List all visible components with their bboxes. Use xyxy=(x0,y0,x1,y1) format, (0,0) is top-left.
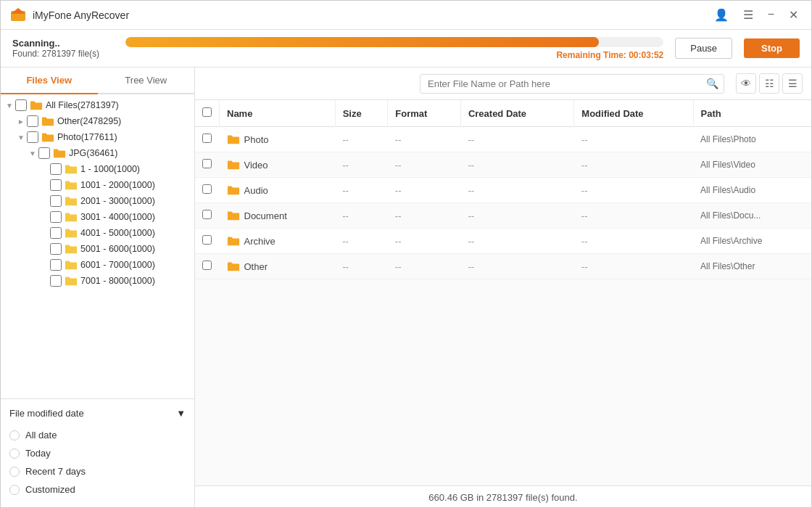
table-row: Archive -- -- -- -- All Files\Archive xyxy=(195,229,811,254)
row-checkbox-1 xyxy=(195,152,220,178)
row-format-2: -- xyxy=(388,178,461,203)
tree-item-all-files[interactable]: ▼ All Files(2781397) xyxy=(1,97,194,113)
row-check-4[interactable] xyxy=(202,235,212,245)
row-checkbox-4 xyxy=(195,229,220,254)
window-controls: 👤 ☰ − ✕ xyxy=(710,7,803,23)
row-check-0[interactable] xyxy=(202,134,212,143)
expand-all-files[interactable]: ▼ xyxy=(4,102,15,110)
row-name-0: Photo xyxy=(220,127,336,152)
row-check-3[interactable] xyxy=(202,210,212,219)
checkbox-7001-8000[interactable] xyxy=(50,275,62,287)
tree-item-3001-4000[interactable]: 3001 - 4000(1000) xyxy=(1,209,194,225)
app-icon xyxy=(9,7,27,24)
checkbox-other[interactable] xyxy=(27,115,38,127)
tab-files-view[interactable]: Files View xyxy=(1,67,98,94)
checkbox-4001-5000[interactable] xyxy=(50,227,62,239)
tree-label-jpg: JPG(36461) xyxy=(69,148,117,158)
radio-today[interactable] xyxy=(9,448,20,459)
tree-area: ▼ All Files(2781397) ► Other(2478295) ▼ xyxy=(1,94,194,398)
grid-view-icon-button[interactable]: ☷ xyxy=(759,73,779,94)
checkbox-5001-6000[interactable] xyxy=(50,243,62,255)
user-icon[interactable]: 👤 xyxy=(710,7,733,23)
minimize-icon[interactable]: − xyxy=(763,7,779,23)
progress-bar-fill xyxy=(125,37,599,47)
tab-tree-view[interactable]: Tree View xyxy=(98,67,195,94)
row-size-5: -- xyxy=(335,254,388,279)
folder-icon-2001-3000 xyxy=(65,196,78,206)
expand-photo[interactable]: ▼ xyxy=(15,134,27,142)
col-path: Path xyxy=(693,100,811,127)
tree-item-1001-2000[interactable]: 1001 - 2000(1000) xyxy=(1,177,194,193)
stop-button[interactable]: Stop xyxy=(744,38,800,58)
filter-today[interactable]: Today xyxy=(9,444,186,462)
pause-button[interactable]: Pause xyxy=(675,38,732,59)
checkbox-6001-7000[interactable] xyxy=(50,259,62,271)
checkbox-1001-2000[interactable] xyxy=(50,179,62,191)
row-modified-4: -- xyxy=(574,229,693,254)
tree-item-jpg[interactable]: ▼ JPG(36461) xyxy=(1,145,194,161)
main-layout: Files View Tree View ▼ All Files(2781397… xyxy=(1,67,811,508)
right-panel: 🔍 👁 ☷ ☰ Name Size Format Created Date xyxy=(195,67,811,508)
table-body: Photo -- -- -- -- All Files\Photo Video … xyxy=(195,127,811,279)
filter-all-date[interactable]: All date xyxy=(9,426,186,444)
filter-recent-7-days-label: Recent 7 days xyxy=(25,466,86,477)
table-header: Name Size Format Created Date Modified D… xyxy=(195,100,811,127)
row-size-0: -- xyxy=(335,127,388,152)
filter-customized-label: Customized xyxy=(25,484,75,495)
tree-item-5001-6000[interactable]: 5001 - 6000(1000) xyxy=(1,241,194,257)
filter-header[interactable]: File modified date ▼ xyxy=(9,405,186,422)
row-created-4: -- xyxy=(460,229,573,254)
status-bar: 660.46 GB in 2781397 file(s) found. xyxy=(195,486,811,508)
search-input[interactable] xyxy=(420,74,724,94)
row-checkbox-2 xyxy=(195,178,220,203)
tree-item-4001-5000[interactable]: 4001 - 5000(1000) xyxy=(1,225,194,241)
preview-icon-button[interactable]: 👁 xyxy=(736,73,756,94)
row-format-0: -- xyxy=(388,127,461,152)
tree-label-5001-6000: 5001 - 6000(1000) xyxy=(80,244,155,254)
search-icon[interactable]: 🔍 xyxy=(706,78,718,89)
list-view-icon-button[interactable]: ☰ xyxy=(782,73,803,94)
radio-recent-7-days[interactable] xyxy=(9,467,20,477)
menu-icon[interactable]: ☰ xyxy=(739,7,758,23)
folder-icon-5001-6000 xyxy=(65,244,78,254)
row-size-1: -- xyxy=(335,152,388,178)
checkbox-all-files[interactable] xyxy=(15,99,27,111)
filter-recent-7-days[interactable]: Recent 7 days xyxy=(9,462,186,480)
filter-options: All date Today Recent 7 days Customized xyxy=(9,422,186,503)
checkbox-1-1000[interactable] xyxy=(50,163,62,175)
filter-label: File modified date xyxy=(9,408,84,419)
expand-jpg[interactable]: ▼ xyxy=(27,149,38,157)
row-created-2: -- xyxy=(460,178,573,203)
row-format-1: -- xyxy=(388,152,461,178)
files-table: Name Size Format Created Date Modified D… xyxy=(195,100,811,279)
select-all-checkbox[interactable] xyxy=(202,107,212,117)
row-created-5: -- xyxy=(460,254,573,279)
tree-label-7001-8000: 7001 - 8000(1000) xyxy=(80,276,155,286)
checkbox-2001-3000[interactable] xyxy=(50,195,62,207)
row-check-2[interactable] xyxy=(202,184,212,194)
filter-customized[interactable]: Customized xyxy=(9,480,186,499)
row-name-3: Document xyxy=(220,203,336,229)
tree-item-2001-3000[interactable]: 2001 - 3000(1000) xyxy=(1,193,194,209)
checkbox-3001-4000[interactable] xyxy=(50,211,62,223)
scan-info: Scanning.. Found: 2781397 file(s) xyxy=(12,38,114,59)
checkbox-photo[interactable] xyxy=(27,131,38,143)
tree-label-1001-2000: 1001 - 2000(1000) xyxy=(80,180,155,190)
folder-icon-other xyxy=(41,116,54,126)
checkbox-jpg[interactable] xyxy=(38,147,50,159)
radio-customized[interactable] xyxy=(9,485,20,495)
tree-item-6001-7000[interactable]: 6001 - 7000(1000) xyxy=(1,257,194,273)
close-icon[interactable]: ✕ xyxy=(784,7,803,23)
tree-item-other[interactable]: ► Other(2478295) xyxy=(1,113,194,129)
expand-other[interactable]: ► xyxy=(15,118,27,126)
tree-item-7001-8000[interactable]: 7001 - 8000(1000) xyxy=(1,273,194,289)
row-checkbox-5 xyxy=(195,254,220,279)
row-check-1[interactable] xyxy=(202,159,212,168)
folder-icon-all-files xyxy=(30,100,43,110)
row-check-5[interactable] xyxy=(202,261,212,270)
radio-all-date[interactable] xyxy=(9,430,20,441)
tree-item-1-1000[interactable]: 1 - 1000(1000) xyxy=(1,161,194,177)
tree-item-photo[interactable]: ▼ Photo(177611) xyxy=(1,129,194,145)
filter-today-label: Today xyxy=(25,448,51,459)
col-checkbox xyxy=(195,100,220,127)
